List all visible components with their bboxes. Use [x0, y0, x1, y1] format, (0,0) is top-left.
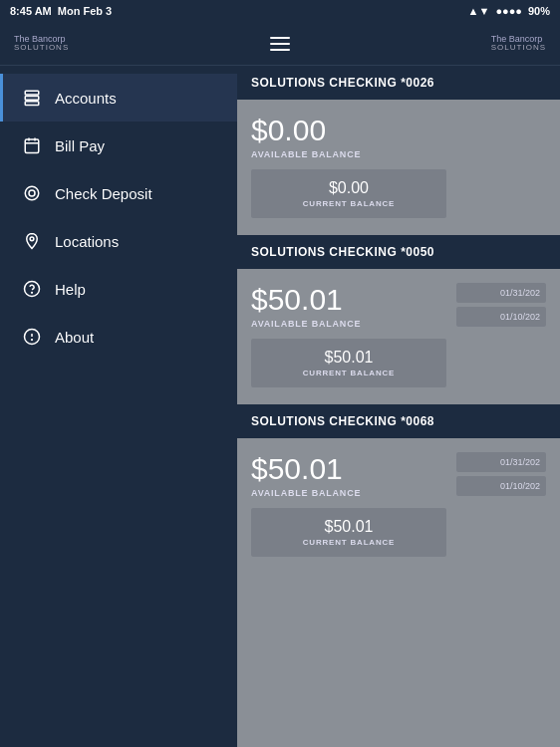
available-label-account-0050: AVAILABLE BALANCE [251, 319, 446, 329]
status-bar: 8:45 AM Mon Feb 3 ▲▼ ●●●● 90% [0, 0, 560, 22]
bill-pay-icon [21, 134, 43, 156]
available-label-account-0026: AVAILABLE BALANCE [251, 149, 446, 159]
status-bar-right: ▲▼ ●●●● 90% [468, 5, 550, 17]
logo-area-right: The Bancorp SOLUTIONS [491, 35, 546, 52]
sidebar-label-bill-pay: Bill Pay [55, 137, 105, 154]
account-right-account-0068: 01/31/20201/10/202 [456, 452, 546, 557]
svg-point-8 [29, 190, 35, 196]
current-balance-amount-account-0026: $0.00 [265, 179, 432, 197]
sidebar-label-about: About [55, 329, 94, 346]
main-layout: Accounts Bill Pay Check Deposit Location… [0, 66, 560, 747]
account-title-account-0026: SOLUTIONS CHECKING *0026 [237, 66, 560, 100]
svg-rect-2 [25, 102, 39, 106]
hamburger-button[interactable] [264, 31, 296, 57]
svg-point-9 [30, 237, 34, 241]
account-title-account-0050: SOLUTIONS CHECKING *0050 [237, 235, 560, 269]
svg-rect-3 [25, 139, 39, 153]
top-nav: The Bancorp SOLUTIONS The Bancorp SOLUTI… [0, 22, 560, 66]
account-card-account-0050[interactable]: SOLUTIONS CHECKING *0050$50.01AVAILABLE … [237, 235, 560, 401]
current-balance-amount-account-0068: $50.01 [265, 518, 432, 536]
check-deposit-icon [21, 182, 43, 204]
account-left-account-0050: $50.01AVAILABLE BALANCE$50.01CURRENT BAL… [251, 283, 446, 387]
logo-text: The Bancorp SOLUTIONS [14, 35, 69, 52]
svg-rect-1 [25, 97, 39, 101]
sidebar-label-check-deposit: Check Deposit [55, 185, 152, 202]
sidebar-label-locations: Locations [55, 233, 119, 250]
wifi-icon: ▲▼ [468, 5, 490, 17]
transaction-row[interactable]: 01/10/202 [456, 307, 546, 327]
available-balance-account-0050: $50.01 [251, 283, 446, 317]
svg-rect-0 [25, 91, 39, 95]
account-card-account-0068[interactable]: SOLUTIONS CHECKING *0068$50.01AVAILABLE … [237, 404, 560, 571]
about-icon [21, 326, 43, 348]
signal-icon: ●●●● [495, 5, 522, 17]
transaction-row[interactable]: 01/31/202 [456, 452, 546, 472]
sidebar-item-about[interactable]: About [0, 313, 237, 361]
sidebar: Accounts Bill Pay Check Deposit Location… [0, 66, 237, 747]
account-card-account-0026[interactable]: SOLUTIONS CHECKING *0026$0.00AVAILABLE B… [237, 66, 560, 232]
logo-text-right: The Bancorp SOLUTIONS [491, 35, 546, 52]
status-time: 8:45 AM [10, 5, 52, 17]
hamburger-line-2 [270, 43, 290, 45]
transaction-row[interactable]: 01/10/202 [456, 476, 546, 496]
sidebar-item-help[interactable]: Help [0, 265, 237, 313]
current-label-account-0026: CURRENT BALANCE [265, 199, 432, 208]
hamburger-line-3 [270, 49, 290, 51]
current-label-account-0050: CURRENT BALANCE [265, 369, 432, 377]
status-day: Mon Feb 3 [58, 5, 112, 17]
transaction-row[interactable]: 01/31/202 [456, 283, 546, 303]
svg-point-7 [25, 186, 39, 200]
sidebar-item-bill-pay[interactable]: Bill Pay [0, 122, 237, 169]
logo: The Bancorp SOLUTIONS [14, 35, 69, 52]
hamburger-line-1 [270, 37, 290, 39]
current-balance-box-account-0050: $50.01CURRENT BALANCE [251, 339, 446, 387]
sidebar-label-help: Help [55, 281, 86, 298]
account-left-account-0026: $0.00AVAILABLE BALANCE$0.00CURRENT BALAN… [251, 114, 446, 218]
status-bar-left: 8:45 AM Mon Feb 3 [10, 5, 112, 17]
current-balance-box-account-0026: $0.00CURRENT BALANCE [251, 169, 446, 218]
current-balance-amount-account-0050: $50.01 [265, 349, 432, 367]
account-right-account-0026 [456, 114, 546, 218]
account-left-account-0068: $50.01AVAILABLE BALANCE$50.01CURRENT BAL… [251, 452, 446, 557]
battery-icon: 90% [528, 5, 550, 17]
account-right-account-0050: 01/31/20201/10/202 [456, 283, 546, 387]
main-content[interactable]: SOLUTIONS CHECKING *0026$0.00AVAILABLE B… [237, 66, 560, 747]
current-balance-box-account-0068: $50.01CURRENT BALANCE [251, 508, 446, 557]
sidebar-item-check-deposit[interactable]: Check Deposit [0, 169, 237, 217]
account-title-account-0068: SOLUTIONS CHECKING *0068 [237, 404, 560, 438]
accounts-icon [21, 87, 43, 109]
logo-area: The Bancorp SOLUTIONS [14, 35, 69, 52]
help-icon [21, 278, 43, 300]
available-balance-account-0026: $0.00 [251, 114, 446, 147]
current-label-account-0068: CURRENT BALANCE [265, 538, 432, 547]
locations-icon [21, 230, 43, 252]
sidebar-item-accounts[interactable]: Accounts [0, 74, 237, 122]
sidebar-label-accounts: Accounts [55, 90, 117, 107]
sidebar-item-locations[interactable]: Locations [0, 217, 237, 265]
available-label-account-0068: AVAILABLE BALANCE [251, 488, 446, 498]
available-balance-account-0068: $50.01 [251, 452, 446, 486]
